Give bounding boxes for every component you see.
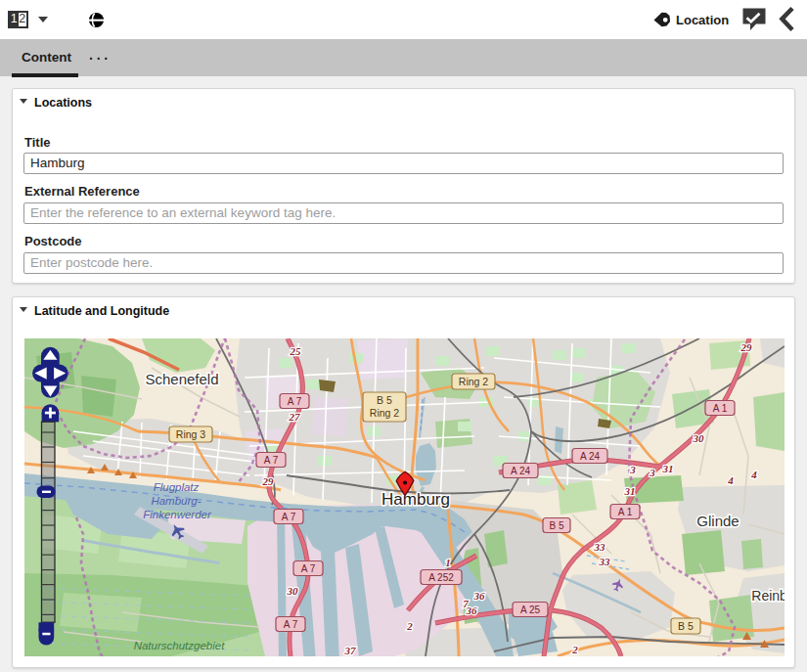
svg-text:A 24: A 24 [511,466,530,476]
svg-text:27: 27 [289,411,301,423]
svg-text:4: 4 [727,474,734,486]
svg-text:Ring 3: Ring 3 [176,428,206,440]
svg-text:A 1: A 1 [618,507,633,517]
svg-text:Ring 2: Ring 2 [370,407,400,419]
svg-text:B 5: B 5 [377,394,392,406]
svg-text:A 7: A 7 [301,563,316,574]
svg-text:A 7: A 7 [288,396,302,407]
svg-text:29: 29 [740,341,753,353]
svg-text:A 1: A 1 [713,403,728,414]
svg-text:31: 31 [624,485,636,497]
svg-text:36: 36 [473,590,486,602]
svg-text:30: 30 [693,432,705,444]
svg-text:Hamburg: Hamburg [381,490,450,509]
svg-text:3: 3 [629,464,636,475]
svg-text:Reinbek: Reinbek [751,588,785,604]
svg-text:A 25: A 25 [520,605,540,615]
svg-text:Glinde: Glinde [696,513,739,529]
svg-text:1: 1 [445,557,451,568]
svg-text:7: 7 [463,598,469,609]
svg-text:B 5: B 5 [549,520,563,531]
svg-text:2: 2 [571,644,578,655]
svg-text:Flugplatz: Flugplatz [154,481,200,493]
svg-text:A 7: A 7 [282,512,296,522]
svg-text:Ring 2: Ring 2 [459,376,489,387]
svg-text:A 252: A 252 [428,572,454,583]
svg-text:3: 3 [649,467,655,478]
svg-text:Hamburg-: Hamburg- [151,495,201,507]
svg-text:33: 33 [594,541,606,553]
svg-text:30: 30 [287,585,299,597]
svg-text:Naturschutzgebiet: Naturschutzgebiet [134,640,225,651]
svg-text:2: 2 [406,620,413,632]
svg-text:37: 37 [344,645,357,656]
svg-text:A 24: A 24 [580,451,600,462]
svg-text:29: 29 [262,475,275,487]
svg-text:4: 4 [750,469,757,480]
svg-text:31: 31 [662,463,674,474]
svg-text:Finkenwerder: Finkenwerder [143,509,212,520]
svg-text:A 7: A 7 [284,619,298,630]
svg-text:A 7: A 7 [264,455,279,466]
svg-text:Schenefeld: Schenefeld [145,371,218,387]
svg-text:B 5: B 5 [678,620,694,632]
svg-text:25: 25 [290,345,302,357]
svg-text:33: 33 [599,556,611,567]
